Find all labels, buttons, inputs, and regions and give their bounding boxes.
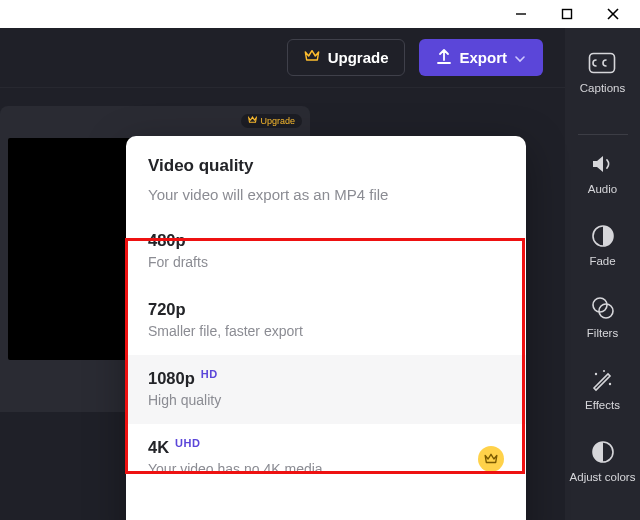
panel-subtitle: Your video will export as an MP4 file [148,186,504,203]
sidebar-label: Filters [587,327,618,339]
minimize-button[interactable] [498,0,544,28]
svg-point-7 [599,304,613,318]
quality-options: 480p For drafts 720p Smaller file, faste… [126,217,526,493]
right-sidebar: Captions Audio Fade Filters Effects [565,28,640,520]
crown-icon [304,49,320,66]
option-tag: UHD [175,437,200,449]
svg-point-6 [593,298,607,312]
sidebar-label: Captions [580,82,625,94]
svg-rect-1 [563,10,572,19]
sidebar-item-adjust-colors[interactable]: Adjust colors [570,439,636,485]
option-desc: Your video has no 4K media [148,461,504,477]
adjust-colors-icon [591,439,615,465]
upgrade-label: Upgrade [328,49,389,66]
sidebar-item-effects[interactable]: Effects [585,367,620,411]
quality-option-480p[interactable]: 480p For drafts [126,217,526,286]
panel-title: Video quality [148,156,504,176]
sidebar-label: Adjust colors [570,471,636,485]
captions-icon [588,50,616,76]
export-label: Export [459,49,507,66]
export-button[interactable]: Export [419,39,543,76]
svg-point-8 [595,373,597,375]
sidebar-item-captions[interactable]: Captions [580,50,625,94]
option-name: 1080p [148,369,195,388]
quality-option-1080p[interactable]: 1080p HD High quality [126,355,526,424]
filters-icon [590,295,616,321]
upgrade-button[interactable]: Upgrade [287,39,406,76]
close-button[interactable] [590,0,636,28]
svg-point-10 [603,370,605,372]
sidebar-item-fade[interactable]: Fade [589,223,615,267]
option-desc: Smaller file, faster export [148,323,504,339]
option-desc: For drafts [148,254,504,270]
window-titlebar [0,0,640,28]
option-tag: HD [201,368,218,380]
premium-badge [478,446,504,472]
sidebar-item-filters[interactable]: Filters [587,295,618,339]
option-desc: High quality [148,392,504,408]
audio-icon [590,151,614,177]
export-quality-panel: Video quality Your video will export as … [126,136,526,520]
option-name: 4K [148,438,169,457]
option-name: 480p [148,231,186,250]
quality-option-4k[interactable]: 4K UHD Your video has no 4K media [126,424,526,493]
upload-icon [437,48,451,67]
fade-icon [591,223,615,249]
sidebar-label: Fade [589,255,615,267]
maximize-button[interactable] [544,0,590,28]
sidebar-label: Effects [585,399,620,411]
crown-icon [248,116,257,126]
topbar: Upgrade Export [0,28,565,88]
chevron-down-icon [515,49,525,66]
quality-option-720p[interactable]: 720p Smaller file, faster export [126,286,526,355]
preview-upgrade-label: Upgrade [260,116,295,126]
preview-upgrade-badge[interactable]: Upgrade [241,114,302,128]
svg-point-9 [609,383,611,385]
effects-icon [590,367,614,393]
sidebar-divider [578,134,628,135]
option-name: 720p [148,300,186,319]
sidebar-item-audio[interactable]: Audio [588,151,617,195]
sidebar-label: Audio [588,183,617,195]
